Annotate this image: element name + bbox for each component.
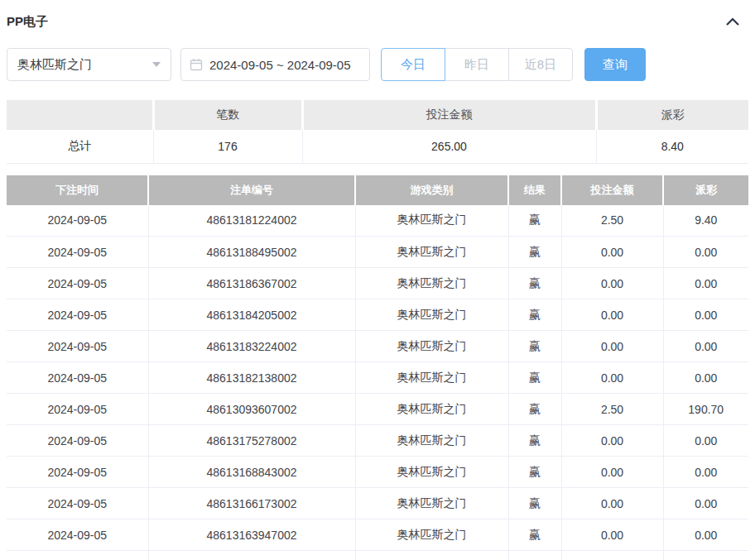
payout-cell: 0.00 — [663, 457, 748, 488]
result-cell: 赢 — [508, 299, 561, 331]
table-row: 2024-09-0548613184205002奥林匹斯之门赢0.000.00 — [7, 299, 748, 331]
bet-amount-cell: 0.00 — [561, 457, 663, 488]
game-type-cell: 奥林匹斯之门 — [355, 331, 508, 362]
bet-amount-cell: 0.00 — [561, 237, 663, 268]
bet-records-table: 下注时间 注单编号 游戏类别 结果 投注金额 派彩 2024-09-054861… — [7, 175, 748, 560]
date-range-picker[interactable]: 2024-09-05 ~ 2024-09-05 — [180, 48, 370, 81]
order-id-cell: 48613188495002 — [148, 237, 355, 268]
bet-amount-cell: 0.00 — [561, 331, 663, 362]
summary-header-payout: 派彩 — [596, 100, 748, 130]
detail-header-bet-time: 下注时间 — [7, 175, 148, 205]
payout-cell: 0.00 — [663, 268, 748, 299]
order-id-cell: 48613175278002 — [148, 425, 355, 457]
summary-table: 笔数 投注金额 派彩 总计 176 265.00 8.40 — [7, 100, 748, 164]
detail-header-game-type: 游戏类别 — [355, 175, 508, 205]
result-cell: 赢 — [508, 331, 561, 362]
table-row: 2024-09-0548613175278002奥林匹斯之门赢0.000.00 — [7, 425, 748, 457]
table-row: 2024-09-0548613183224002奥林匹斯之门赢0.000.00 — [7, 331, 748, 362]
detail-header-order-id: 注单编号 — [148, 175, 355, 205]
order-id-cell: 48613168843002 — [148, 457, 355, 488]
detail-header-bet-amount: 投注金额 — [561, 175, 663, 205]
date-range-value: 2024-09-05 ~ 2024-09-05 — [209, 58, 351, 72]
table-cell — [508, 551, 561, 560]
summary-total-payout: 8.40 — [596, 130, 748, 163]
chevron-down-icon — [152, 62, 161, 67]
bet-time-cell: 2024-09-05 — [7, 299, 148, 331]
game-type-cell: 奥林匹斯之门 — [355, 268, 508, 299]
bet-time-cell: 2024-09-05 — [7, 268, 148, 299]
table-cell — [355, 551, 508, 560]
chevron-up-icon — [726, 17, 739, 26]
table-row: 2024-09-0548613166173002奥林匹斯之门赢0.000.00 — [7, 488, 748, 519]
quick-date-group: 今日 昨日 近8日 — [381, 48, 573, 81]
bet-time-cell: 2024-09-05 — [7, 519, 148, 551]
order-id-cell: 48613181224002 — [148, 205, 355, 237]
table-cell — [561, 551, 663, 560]
result-cell: 赢 — [508, 425, 561, 457]
order-id-cell: 48613093607002 — [148, 394, 355, 425]
last-8-days-button[interactable]: 近8日 — [508, 48, 573, 81]
bet-time-cell: 2024-09-05 — [7, 488, 148, 519]
table-row: 2024-09-0548613163947002奥林匹斯之门赢0.000.00 — [7, 519, 748, 551]
result-cell: 赢 — [508, 237, 561, 268]
filter-bar: 奥林匹斯之门 2024-09-05 ~ 2024-09-05 今日 昨日 近8日… — [7, 48, 748, 81]
order-id-cell: 48613182138002 — [148, 362, 355, 394]
summary-header-count: 笔数 — [153, 100, 302, 130]
game-type-cell: 奥林匹斯之门 — [355, 425, 508, 457]
game-type-cell: 奥林匹斯之门 — [355, 394, 508, 425]
order-id-cell: 48613186367002 — [148, 268, 355, 299]
game-type-cell: 奥林匹斯之门 — [355, 457, 508, 488]
bet-time-cell: 2024-09-05 — [7, 331, 148, 362]
summary-header-bet-amount: 投注金额 — [302, 100, 596, 130]
order-id-cell: 48613166173002 — [148, 488, 355, 519]
game-select[interactable]: 奥林匹斯之门 — [7, 48, 171, 81]
result-cell: 赢 — [508, 519, 561, 551]
result-cell: 赢 — [508, 457, 561, 488]
pp-electronic-panel: PP电子 奥林匹斯之门 2024-09-05 ~ 2024-09-05 — [0, 0, 755, 560]
result-cell: 赢 — [508, 394, 561, 425]
order-id-cell: 48613163947002 — [148, 519, 355, 551]
bet-amount-cell: 0.00 — [561, 425, 663, 457]
game-type-cell: 奥林匹斯之门 — [355, 299, 508, 331]
collapse-panel-button[interactable] — [724, 13, 742, 30]
payout-cell: 0.00 — [663, 425, 748, 457]
summary-header-blank — [7, 100, 153, 130]
game-type-cell: 奥林匹斯之门 — [355, 237, 508, 268]
bet-amount-cell: 0.00 — [561, 299, 663, 331]
bet-amount-cell: 0.00 — [561, 519, 663, 551]
table-row: 2024-09-0548613093607002奥林匹斯之门赢2.50190.7… — [7, 394, 748, 425]
summary-total-count: 176 — [153, 130, 302, 163]
table-row: 2024-09-0548613168843002奥林匹斯之门赢0.000.00 — [7, 457, 748, 488]
bet-amount-cell: 0.00 — [561, 362, 663, 394]
table-cell — [7, 551, 148, 560]
summary-total-bet-amount: 265.00 — [302, 130, 596, 163]
game-select-value: 奥林匹斯之门 — [17, 57, 92, 73]
bet-amount-cell: 0.00 — [561, 268, 663, 299]
order-id-cell: 48613183224002 — [148, 331, 355, 362]
table-row: 2024-09-0548613188495002奥林匹斯之门赢0.000.00 — [7, 237, 748, 268]
payout-cell: 0.00 — [663, 237, 748, 268]
bet-time-cell: 2024-09-05 — [7, 237, 148, 268]
payout-cell: 190.70 — [663, 394, 748, 425]
order-id-cell: 48613184205002 — [148, 299, 355, 331]
table-row: 2024-09-0548613186367002奥林匹斯之门赢0.000.00 — [7, 268, 748, 299]
bet-time-cell: 2024-09-05 — [7, 362, 148, 394]
result-cell: 赢 — [508, 268, 561, 299]
bet-time-cell: 2024-09-05 — [7, 457, 148, 488]
result-cell: 赢 — [508, 205, 561, 237]
table-cell — [148, 551, 355, 560]
summary-total-label: 总计 — [7, 130, 153, 163]
query-button[interactable]: 查询 — [584, 48, 646, 81]
payout-cell: 9.40 — [663, 205, 748, 237]
bet-amount-cell: 2.50 — [561, 205, 663, 237]
today-button[interactable]: 今日 — [381, 48, 445, 81]
table-row — [7, 551, 748, 560]
yesterday-button[interactable]: 昨日 — [445, 48, 509, 81]
summary-total-row: 总计 176 265.00 8.40 — [7, 130, 748, 163]
calendar-icon — [190, 58, 209, 71]
game-type-cell: 奥林匹斯之门 — [355, 488, 508, 519]
table-row: 2024-09-0548613181224002奥林匹斯之门赢2.509.40 — [7, 205, 748, 237]
game-type-cell: 奥林匹斯之门 — [355, 519, 508, 551]
payout-cell: 0.00 — [663, 362, 748, 394]
result-cell: 赢 — [508, 362, 561, 394]
